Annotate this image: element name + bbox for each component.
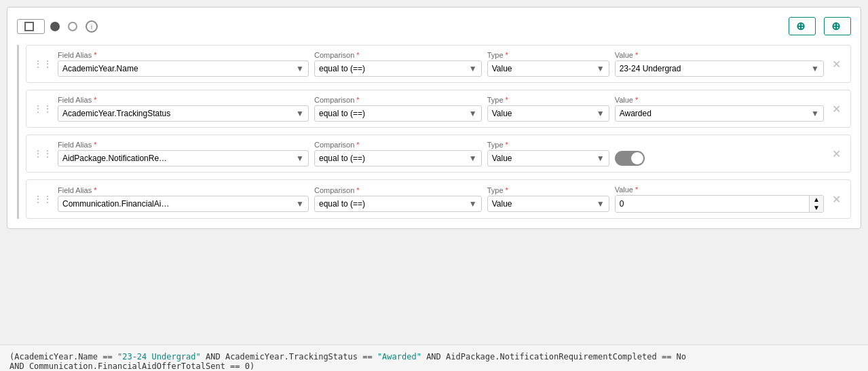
drag-handle-4[interactable]: ⋮⋮	[33, 194, 52, 205]
field-required-star-4: *	[94, 186, 96, 194]
formula-val2: "Awarded"	[377, 352, 421, 361]
value-group-4: Value * ▲ ▼	[615, 186, 824, 213]
value-label-4: Value *	[615, 186, 824, 194]
comparison-value-2: equal to (==)	[319, 109, 365, 118]
field-required-star-3: *	[94, 141, 96, 149]
value-chevron-1: ▼	[811, 64, 819, 73]
comparison-select-2[interactable]: equal to (==) ▼	[314, 105, 482, 122]
formula-bar: (AcademicYear.Name == "23-24 Undergrad" …	[0, 344, 868, 371]
spinner-up-4[interactable]: ▲	[810, 196, 823, 204]
comparison-chevron-4: ▼	[469, 199, 477, 209]
value-required-star-4: *	[635, 186, 638, 194]
and-radio-icon	[50, 22, 60, 31]
value-required-star-1: *	[635, 51, 638, 59]
field-group-1: Field Alias * AcademicYear.Name ▼	[58, 51, 309, 77]
comparison-value-1: equal to (==)	[319, 64, 365, 73]
field-label-1: Field Alias *	[58, 51, 309, 59]
comparison-label-2: Comparison *	[314, 96, 482, 104]
field-group-2: Field Alias * AcademicYear.TrackingStatu…	[58, 96, 309, 122]
type-group-1: Type * Value ▼	[487, 51, 609, 77]
type-select-1[interactable]: Value ▼	[487, 60, 609, 77]
type-required-star-3: *	[506, 141, 508, 149]
field-select-2[interactable]: AcademicYear.TrackingStatus ▼	[58, 105, 309, 122]
comparison-group-2: Comparison * equal to (==) ▼	[314, 96, 482, 122]
comp-required-star-1: *	[356, 51, 359, 59]
drag-handle-3[interactable]: ⋮⋮	[33, 148, 52, 159]
field-value-3: AidPackage.NotificationRequireme...	[62, 154, 171, 163]
comparison-select-3[interactable]: equal to (==) ▼	[314, 150, 482, 166]
toolbar-left: i	[17, 19, 98, 34]
type-select-4[interactable]: Value ▼	[487, 196, 609, 212]
or-radio[interactable]	[68, 22, 80, 31]
comparison-label-1: Comparison *	[314, 51, 482, 59]
type-value-3: Value	[492, 154, 512, 163]
add-group-button[interactable]: ⊕	[824, 17, 851, 35]
field-chevron-1: ▼	[296, 64, 304, 73]
field-chevron-4: ▼	[296, 199, 304, 209]
value-required-star-2: *	[635, 96, 638, 104]
type-group-4: Type * Value ▼	[487, 186, 609, 212]
value-group-2: Value * Awarded ▼	[615, 96, 824, 122]
field-required-star-1: *	[94, 51, 96, 59]
value-group-1: Value * 23-24 Undergrad ▼	[615, 51, 824, 77]
rule-row-4: ⋮⋮ Field Alias * Communication.Financial…	[26, 179, 851, 219]
formula-mid1: AND AcademicYear.TrackingStatus ==	[201, 352, 377, 361]
toolbar: i ⊕ ⊕	[17, 17, 851, 35]
formula-mid2: AND AidPackage.NotificationRequirementCo…	[421, 352, 686, 361]
drag-handle-1[interactable]: ⋮⋮	[33, 58, 52, 69]
field-value-1: AcademicYear.Name	[62, 64, 138, 73]
add-rule-button[interactable]: ⊕	[789, 17, 816, 35]
toggle-switch-3[interactable]	[615, 151, 645, 166]
type-select-3[interactable]: Value ▼	[487, 150, 609, 166]
comparison-chevron-2: ▼	[469, 109, 477, 118]
comparison-select-4[interactable]: equal to (==) ▼	[314, 196, 482, 212]
and-radio[interactable]	[50, 22, 62, 31]
add-group-plus-icon: ⊕	[831, 20, 840, 33]
comparison-group-4: Comparison * equal to (==) ▼	[314, 186, 482, 212]
value-input-4[interactable]	[616, 196, 809, 211]
drag-handle-2[interactable]: ⋮⋮	[33, 103, 52, 114]
field-group-3: Field Alias * AidPackage.NotificationReq…	[58, 141, 309, 166]
field-select-3[interactable]: AidPackage.NotificationRequireme... ▼	[58, 150, 309, 166]
rules-area: ⋮⋮ Field Alias * AcademicYear.Name ▼ Com…	[17, 45, 851, 219]
type-chevron-2: ▼	[597, 109, 605, 118]
value-select-1[interactable]: 23-24 Undergrad ▼	[615, 60, 824, 77]
formula-mid3: AND Communication.FinancialAidOfferTotal…	[10, 361, 254, 371]
comparison-chevron-3: ▼	[469, 154, 477, 163]
delete-button-2[interactable]: ✕	[829, 101, 844, 117]
spinner-down-4[interactable]: ▼	[810, 204, 823, 212]
type-label-3: Type *	[487, 141, 609, 149]
type-group-2: Type * Value ▼	[487, 96, 609, 122]
field-value-2: AcademicYear.TrackingStatus	[62, 109, 170, 118]
field-chevron-3: ▼	[296, 154, 304, 163]
field-required-star-2: *	[94, 96, 96, 104]
value-label-2: Value *	[615, 96, 824, 104]
value-input-box-4: ▲ ▼	[615, 195, 824, 213]
field-label-4: Field Alias *	[58, 186, 309, 194]
field-value-4: Communication.FinancialAidOfferT...	[62, 199, 171, 209]
formula-prefix: (AcademicYear.Name ==	[10, 352, 117, 361]
value-value-1: 23-24 Undergrad	[620, 64, 681, 73]
type-label-4: Type *	[487, 186, 609, 194]
info-icon[interactable]: i	[86, 20, 98, 33]
comparison-chevron-1: ▼	[469, 64, 477, 73]
field-group-4: Field Alias * Communication.FinancialAid…	[58, 186, 309, 212]
field-label-3: Field Alias *	[58, 141, 309, 149]
or-radio-icon	[68, 22, 77, 31]
type-chevron-1: ▼	[597, 64, 605, 73]
value-chevron-2: ▼	[811, 109, 819, 118]
delete-button-1[interactable]: ✕	[829, 56, 844, 72]
comp-required-star-3: *	[356, 141, 359, 149]
field-select-1[interactable]: AcademicYear.Name ▼	[58, 60, 309, 77]
toolbar-right: ⊕ ⊕	[789, 17, 851, 35]
value-select-2[interactable]: Awarded ▼	[615, 105, 824, 122]
type-label-1: Type *	[487, 51, 609, 59]
comparison-select-1[interactable]: equal to (==) ▼	[314, 60, 482, 77]
type-value-1: Value	[492, 64, 512, 73]
not-button[interactable]	[17, 19, 45, 34]
delete-button-3[interactable]: ✕	[829, 146, 844, 162]
type-select-2[interactable]: Value ▼	[487, 105, 609, 122]
field-select-4[interactable]: Communication.FinancialAidOfferT... ▼	[58, 196, 309, 212]
field-label-2: Field Alias *	[58, 96, 309, 104]
delete-button-4[interactable]: ✕	[829, 192, 844, 207]
